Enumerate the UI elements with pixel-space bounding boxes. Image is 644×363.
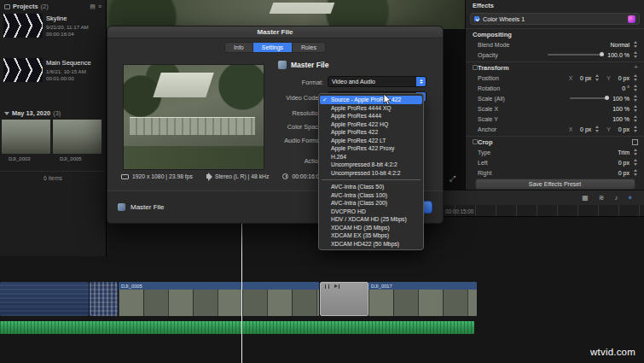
- skimming-icon[interactable]: ≋: [599, 194, 605, 202]
- anchor-y-value[interactable]: 0 px: [612, 126, 629, 132]
- stepper-icon[interactable]: [594, 74, 600, 81]
- menu-item[interactable]: DVCPRO HD: [320, 208, 422, 216]
- stepper-icon[interactable]: [632, 149, 638, 155]
- stepper-icon[interactable]: [632, 115, 638, 122]
- anchor-x-value[interactable]: 0 px: [574, 126, 591, 132]
- menu-item[interactable]: XDCAM EX (35 Mbps): [320, 231, 422, 240]
- effect-color-wheels[interactable]: Color Wheels 1: [470, 13, 640, 25]
- event-title: May 13, 2020: [12, 109, 50, 117]
- menu-item[interactable]: Uncompressed 8-bit 4:2:2: [320, 161, 422, 169]
- clip-thumbnail-dji0003[interactable]: [2, 120, 50, 154]
- y-axis-label: Y: [606, 75, 611, 81]
- effects-header: Effects: [473, 2, 494, 9]
- menu-item[interactable]: AVC-Intra (Class 50): [320, 183, 422, 191]
- filmstrip-view-icon[interactable]: ▤: [90, 3, 96, 10]
- blend-mode-value[interactable]: Normal: [610, 42, 629, 48]
- menu-item[interactable]: XDCAM HD422 (50 Mbps): [320, 240, 422, 249]
- building-roof-shape: [270, 3, 335, 14]
- stepper-icon[interactable]: [632, 74, 638, 81]
- project-date: 1/6/21, 10:15 AM: [46, 68, 91, 74]
- effects-header-row: Effects: [466, 0, 644, 11]
- crop-checkbox[interactable]: [473, 139, 478, 144]
- stepper-icon[interactable]: [632, 105, 638, 112]
- project-date: 9/21/20, 11:17 AM: [46, 24, 89, 30]
- scale-x-value[interactable]: 100 %: [612, 106, 629, 112]
- project-item-main-sequence[interactable]: Main Sequence 1/6/21, 10:15 AM 00:01:00:…: [3, 58, 104, 82]
- rotation-row: Rotation 0 °: [466, 83, 644, 93]
- menu-item[interactable]: Apple ProRes 422 HQ: [320, 120, 422, 129]
- menu-item[interactable]: Apple ProRes 422 LT: [320, 137, 422, 145]
- opacity-slider[interactable]: [548, 54, 602, 56]
- stepper-icon[interactable]: [632, 41, 638, 48]
- crop-left-value[interactable]: 0 px: [612, 160, 629, 166]
- snapping-icon[interactable]: ⌖: [628, 194, 632, 202]
- project-item-skyline[interactable]: Skyline 9/21/20, 11:17 AM 00:00:16:04: [3, 14, 104, 38]
- menu-item[interactable]: XDCAM HD (35 Mbps): [320, 224, 422, 232]
- scale-all-row: Scale (All) 100 %: [466, 93, 644, 103]
- scale-slider[interactable]: [570, 97, 607, 99]
- format-popup[interactable]: Video and Audio: [328, 76, 426, 87]
- stepper-icon[interactable]: [632, 159, 638, 166]
- disclosure-triangle-icon[interactable]: [4, 112, 9, 115]
- clip-appearance-icon[interactable]: ▦: [582, 194, 589, 202]
- menu-item-label: Apple ProRes 422: [331, 129, 378, 135]
- export-info-bar: 1920 x 1080 | 23.98 fps Stereo (L R) | 4…: [121, 173, 336, 179]
- items-count-bar: 6 items: [0, 171, 106, 181]
- stepper-icon[interactable]: [632, 169, 638, 176]
- timeline-clip-dji0017[interactable]: DJI_0017: [368, 282, 478, 316]
- menu-item[interactable]: Apple ProRes 422: [320, 128, 422, 137]
- stepper-icon[interactable]: [632, 126, 638, 132]
- menu-item[interactable]: Apple ProRes 4444: [320, 112, 422, 120]
- ruler-timecode: 00:00:15:00: [445, 208, 473, 214]
- menu-item[interactable]: Apple ProRes 422 Proxy: [320, 144, 422, 153]
- timeline-gap-clip[interactable]: [320, 282, 368, 316]
- dialog-title: Master File: [258, 28, 293, 36]
- list-view-icon[interactable]: ≡: [98, 3, 102, 9]
- transform-checkbox[interactable]: [473, 65, 478, 70]
- scale-all-value[interactable]: 100 %: [612, 96, 629, 102]
- menu-item[interactable]: AVC-Intra (Class 100): [320, 191, 422, 200]
- position-y-value[interactable]: 0 px: [612, 75, 629, 81]
- tab-settings[interactable]: Settings: [253, 43, 293, 52]
- dialog-titlebar[interactable]: Master File: [107, 26, 443, 38]
- menu-item[interactable]: AVC-Intra (Class 200): [320, 199, 422, 208]
- audio-skimming-icon[interactable]: ♪: [614, 194, 618, 202]
- stepper-icon[interactable]: [632, 51, 638, 58]
- tab-info[interactable]: Info: [225, 43, 253, 52]
- rotation-value[interactable]: 0 °: [612, 85, 629, 91]
- crop-right-value[interactable]: 0 px: [612, 170, 629, 176]
- audio-clip[interactable]: [0, 321, 474, 334]
- clip-thumbnail-dji0005[interactable]: [53, 120, 102, 154]
- menu-item-source-prores422[interactable]: ✓ Source - Apple ProRes 422: [320, 96, 422, 104]
- crop-type-value[interactable]: Trim: [612, 149, 629, 155]
- color-wheels-icon[interactable]: [628, 15, 635, 23]
- stepper-icon[interactable]: [632, 95, 638, 102]
- playhead[interactable]: [241, 217, 242, 363]
- transform-action-icon[interactable]: +: [634, 64, 638, 71]
- stepper-icon[interactable]: [594, 126, 600, 132]
- event-count: (3): [53, 109, 61, 117]
- timeline-clip-leading[interactable]: [0, 282, 90, 316]
- crop-icon[interactable]: [632, 139, 638, 145]
- event-header[interactable]: May 13, 2020 (3): [4, 109, 61, 117]
- scale-y-value[interactable]: 100 %: [612, 116, 629, 122]
- clip-transition-region[interactable]: [90, 282, 119, 316]
- menu-item[interactable]: Uncompressed 10-bit 4:2:2: [320, 169, 422, 178]
- audio-info: Stereo (L R) | 48 kHz: [215, 173, 269, 179]
- video-codec-menu: ✓ Source - Apple ProRes 422 Apple ProRes…: [318, 93, 424, 250]
- transform-title: Transform: [478, 64, 509, 72]
- menu-item[interactable]: Apple ProRes 4444 XQ: [320, 104, 422, 113]
- opacity-value[interactable]: 100.0 %: [607, 52, 629, 58]
- save-effects-preset-button[interactable]: Save Effects Preset: [475, 179, 635, 190]
- position-x-value[interactable]: 0 px: [574, 75, 591, 81]
- effect-enable-checkbox[interactable]: [474, 16, 479, 21]
- menu-item[interactable]: H.264: [320, 153, 422, 161]
- timeline-clip-dji0005[interactable]: DJI_0005: [119, 282, 320, 316]
- crop-left-label: Left: [478, 160, 488, 166]
- clip-name: DJI_0017: [371, 284, 392, 289]
- tab-roles[interactable]: Roles: [293, 43, 325, 52]
- anchor-label: Anchor: [478, 126, 496, 132]
- stepper-icon[interactable]: [632, 85, 638, 91]
- zoom-fit-icon[interactable]: ⤢: [450, 174, 455, 184]
- menu-item[interactable]: HDV / XDCAM HD (25 Mbps): [320, 215, 422, 224]
